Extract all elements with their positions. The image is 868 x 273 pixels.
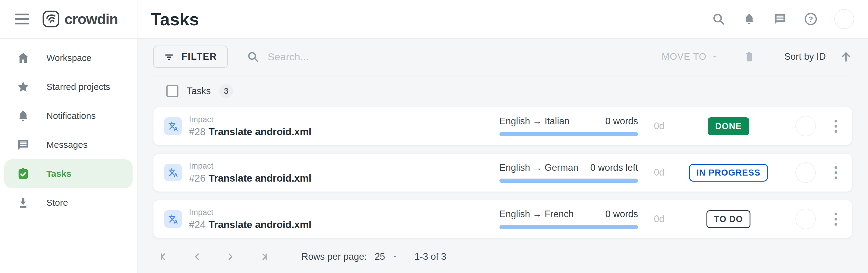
next-page-button[interactable] bbox=[223, 249, 238, 264]
task-duration: 0d bbox=[638, 167, 680, 178]
task-id: #26 bbox=[189, 172, 206, 184]
language-pair: English → French bbox=[499, 209, 574, 220]
crowdin-logo[interactable]: crowdin bbox=[42, 10, 118, 28]
sidebar-item-tasks[interactable]: Tasks bbox=[4, 159, 133, 188]
task-row[interactable]: A Impact #26Translate android.xml Englis… bbox=[153, 153, 852, 192]
sidebar: crowdin Workspace Starred projects N bbox=[0, 0, 137, 273]
task-text: Impact #28Translate android.xml bbox=[189, 115, 499, 138]
svg-text:?: ? bbox=[809, 15, 813, 23]
tasks-clipboard-icon bbox=[16, 167, 30, 181]
message-icon bbox=[16, 138, 30, 152]
words-count: 0 words bbox=[605, 116, 638, 127]
svg-text:A: A bbox=[174, 218, 178, 225]
task-title: Translate android.xml bbox=[209, 172, 311, 184]
chevron-down-icon bbox=[392, 254, 398, 260]
task-title: Translate android.xml bbox=[209, 219, 311, 230]
sidebar-item-starred-projects[interactable]: Starred projects bbox=[4, 73, 133, 101]
rows-per-page-value: 25 bbox=[375, 251, 385, 262]
task-text: Impact #24Translate android.xml bbox=[189, 208, 499, 230]
task-duration: 0d bbox=[638, 121, 680, 132]
svg-text:A: A bbox=[174, 172, 178, 178]
first-page-button[interactable] bbox=[157, 249, 171, 264]
sidebar-item-store[interactable]: Store bbox=[4, 188, 133, 217]
task-id: #28 bbox=[189, 126, 206, 137]
words-count: 0 words bbox=[605, 209, 638, 220]
sidebar-item-label: Store bbox=[46, 198, 68, 208]
search-icon bbox=[247, 50, 259, 63]
assignee-avatar[interactable] bbox=[796, 116, 815, 136]
assignee-avatar[interactable] bbox=[796, 163, 815, 182]
sidebar-nav: Workspace Starred projects Notifications… bbox=[0, 38, 137, 217]
move-to-button[interactable]: MOVE TO bbox=[661, 51, 718, 62]
language-progress: English → Italian 0 words bbox=[499, 116, 638, 136]
filter-button[interactable]: FILTER bbox=[153, 46, 228, 68]
hamburger-menu-icon[interactable] bbox=[15, 13, 29, 24]
progress-bar bbox=[499, 179, 638, 183]
language-pair: English → Italian bbox=[499, 116, 569, 127]
last-page-button[interactable] bbox=[256, 249, 271, 264]
task-id: #24 bbox=[189, 219, 206, 230]
language-progress: English → German 0 words left bbox=[499, 162, 638, 183]
row-menu-kebab-icon[interactable] bbox=[829, 210, 843, 228]
translate-icon: A bbox=[164, 210, 182, 228]
status-badge[interactable]: DONE bbox=[708, 117, 749, 135]
language-pair: English → German bbox=[499, 162, 578, 173]
progress-bar-fill bbox=[499, 132, 638, 136]
crowdin-logo-icon bbox=[42, 10, 60, 28]
delete-trash-icon[interactable] bbox=[743, 51, 755, 63]
filter-icon bbox=[164, 52, 174, 62]
topbar: Tasks ? bbox=[137, 0, 868, 38]
sort-by-button[interactable]: Sort by ID bbox=[784, 51, 826, 62]
topbar-icons: ? bbox=[711, 9, 854, 29]
assignee-avatar[interactable] bbox=[796, 209, 815, 229]
rows-per-page-select[interactable]: 25 bbox=[375, 251, 398, 262]
translate-icon: A bbox=[164, 117, 182, 135]
star-icon bbox=[16, 80, 30, 94]
content: FILTER MOVE TO Sort by ID bbox=[137, 38, 868, 273]
tasks-count-badge: 3 bbox=[219, 84, 233, 98]
notifications-bell-icon[interactable] bbox=[742, 12, 756, 26]
page-title: Tasks bbox=[151, 9, 199, 29]
select-all-checkbox[interactable] bbox=[166, 85, 179, 97]
previous-page-button[interactable] bbox=[190, 249, 204, 264]
sidebar-item-label: Messages bbox=[46, 140, 88, 150]
status-badge[interactable]: IN PROGRESS bbox=[689, 164, 768, 182]
task-title: Translate android.xml bbox=[209, 126, 311, 137]
list-header: Tasks 3 bbox=[153, 75, 852, 107]
words-count: 0 words left bbox=[590, 162, 638, 173]
search-box bbox=[247, 50, 661, 63]
progress-bar bbox=[499, 225, 638, 229]
home-icon bbox=[16, 51, 30, 65]
sidebar-item-label: Starred projects bbox=[46, 82, 110, 92]
pagination: Rows per page: 25 1-3 of 3 bbox=[153, 243, 852, 270]
row-menu-kebab-icon[interactable] bbox=[829, 117, 843, 135]
project-name: Impact bbox=[189, 161, 499, 171]
task-row[interactable]: A Impact #28Translate android.xml Englis… bbox=[153, 107, 852, 145]
messages-chat-icon[interactable] bbox=[773, 12, 787, 26]
status-badge[interactable]: TO DO bbox=[707, 210, 750, 228]
main-area: Tasks ? bbox=[137, 0, 868, 273]
project-name: Impact bbox=[189, 208, 499, 217]
progress-bar bbox=[499, 132, 638, 136]
list-header-label: Tasks bbox=[187, 86, 211, 97]
sidebar-item-notifications[interactable]: Notifications bbox=[4, 101, 133, 130]
project-name: Impact bbox=[189, 115, 499, 124]
user-avatar[interactable] bbox=[834, 9, 854, 29]
sidebar-item-messages[interactable]: Messages bbox=[4, 130, 133, 159]
store-download-icon bbox=[16, 196, 30, 210]
sort-direction-arrow-icon[interactable] bbox=[840, 50, 852, 63]
sidebar-header: crowdin bbox=[0, 0, 137, 38]
move-to-label: MOVE TO bbox=[661, 51, 707, 62]
sidebar-item-label: Workspace bbox=[46, 53, 92, 63]
tasks-toolbar: FILTER MOVE TO Sort by ID bbox=[153, 38, 852, 75]
task-list: A Impact #28Translate android.xml Englis… bbox=[153, 107, 852, 238]
help-icon[interactable]: ? bbox=[804, 12, 818, 26]
pagination-range: 1-3 of 3 bbox=[415, 251, 446, 262]
translate-icon: A bbox=[164, 164, 182, 181]
row-menu-kebab-icon[interactable] bbox=[829, 164, 843, 182]
search-icon[interactable] bbox=[711, 12, 726, 26]
sidebar-item-workspace[interactable]: Workspace bbox=[4, 44, 133, 73]
search-input[interactable] bbox=[268, 51, 478, 63]
task-row[interactable]: A Impact #24Translate android.xml Englis… bbox=[153, 200, 852, 238]
sidebar-item-label: Notifications bbox=[46, 111, 96, 121]
